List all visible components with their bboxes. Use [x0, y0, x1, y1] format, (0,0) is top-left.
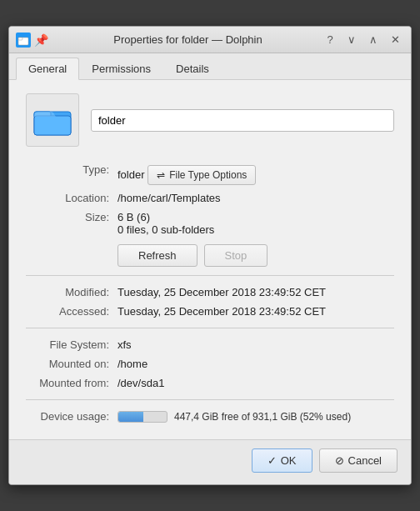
- accessed-label: Accessed:: [26, 302, 118, 321]
- type-label: Type:: [26, 160, 118, 188]
- usage-fill: [118, 412, 143, 422]
- filesystem-label: File System:: [26, 335, 118, 354]
- size-value: 6 B (6) 0 files, 0 sub-folders: [118, 208, 394, 239]
- separator-1: [26, 275, 394, 276]
- folder-header: [26, 93, 394, 147]
- tab-general[interactable]: General: [16, 58, 79, 80]
- stop-button[interactable]: Stop: [204, 244, 268, 267]
- refresh-stop-row: Refresh Stop: [118, 244, 394, 267]
- location-label: Location:: [26, 188, 118, 208]
- mounted-on-value: /home: [118, 354, 394, 373]
- help-button[interactable]: ?: [321, 31, 339, 49]
- mounted-on-label: Mounted on:: [26, 354, 118, 373]
- titlebar: 📌 Properties for folder — Dolphin ? ∨ ∧ …: [9, 27, 411, 53]
- device-usage-row: Device usage: 447,4 GiB free of 931,1 Gi…: [26, 407, 394, 426]
- usage-text: 447,4 GiB free of 931,1 GiB (52% used): [174, 411, 351, 423]
- cancel-button[interactable]: ⊘ Cancel: [319, 448, 398, 473]
- dates-grid: Modified: Tuesday, 25 December 2018 23:4…: [26, 283, 394, 321]
- device-usage-label: Device usage:: [26, 407, 118, 426]
- svg-rect-4: [34, 116, 71, 135]
- mounted-from-label: Mounted from:: [26, 373, 118, 393]
- info-grid: Type: folder ⇌ File Type Options Locatio…: [26, 160, 394, 239]
- close-button[interactable]: ✕: [386, 31, 404, 49]
- maximize-button[interactable]: ∧: [364, 31, 382, 49]
- dialog-footer: ✓ OK ⊘ Cancel: [9, 439, 411, 484]
- file-type-options-button[interactable]: ⇌ File Type Options: [148, 165, 256, 185]
- usage-bar: [118, 411, 168, 423]
- cancel-icon: ⊘: [335, 454, 344, 467]
- window-title: Properties for folder — Dolphin: [55, 33, 321, 46]
- tab-bar: General Permissions Details: [9, 53, 411, 80]
- equalizer-icon: ⇌: [157, 169, 165, 181]
- usage-bar-container: 447,4 GiB free of 931,1 GiB (52% used): [118, 411, 394, 423]
- separator-3: [26, 399, 394, 400]
- mounted-from-value: /dev/sda1: [118, 373, 394, 393]
- folder-name-input[interactable]: [91, 109, 394, 132]
- modified-label: Modified:: [26, 283, 118, 302]
- svg-rect-1: [18, 38, 22, 40]
- folder-icon-box: [26, 93, 79, 147]
- accessed-value: Tuesday, 25 December 2018 23:49:52 CET: [118, 302, 394, 321]
- properties-window: 📌 Properties for folder — Dolphin ? ∨ ∧ …: [8, 26, 412, 485]
- type-value: folder ⇌ File Type Options: [118, 160, 394, 188]
- tab-permissions[interactable]: Permissions: [79, 58, 163, 80]
- minimize-button[interactable]: ∨: [342, 31, 361, 49]
- location-value: /home/carl/Templates: [118, 188, 394, 208]
- app-icon: [16, 33, 31, 48]
- window-controls: ? ∨ ∧ ✕: [321, 31, 404, 49]
- modified-value: Tuesday, 25 December 2018 23:49:52 CET: [118, 283, 394, 302]
- size-label: Size:: [26, 208, 118, 239]
- tab-details[interactable]: Details: [163, 58, 222, 80]
- filesystem-value: xfs: [118, 335, 394, 354]
- ok-button[interactable]: ✓ OK: [252, 448, 312, 473]
- pin-icon[interactable]: 📌: [34, 33, 48, 47]
- checkmark-icon: ✓: [268, 454, 277, 467]
- main-content: Type: folder ⇌ File Type Options Locatio…: [9, 80, 411, 439]
- refresh-button[interactable]: Refresh: [118, 244, 198, 267]
- folder-icon: [32, 100, 72, 140]
- separator-2: [26, 328, 394, 328]
- fs-grid: File System: xfs Mounted on: /home Mount…: [26, 335, 394, 393]
